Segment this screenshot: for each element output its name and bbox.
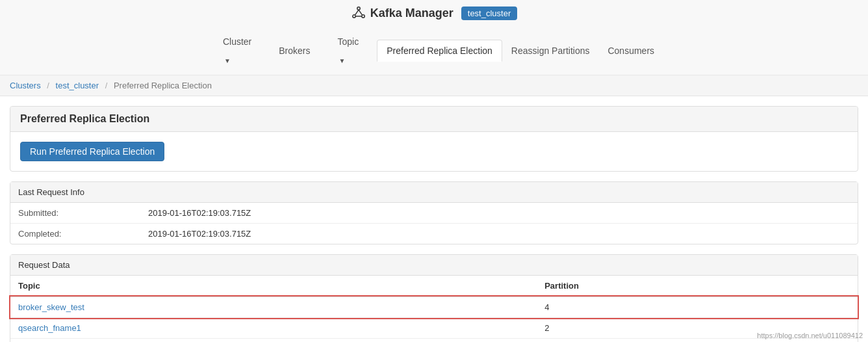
- topic-link[interactable]: broker_skew_test: [18, 302, 84, 312]
- nav-link-cluster[interactable]: Cluster ▼: [205, 26, 270, 75]
- nav-link-topic[interactable]: Topic ▼: [320, 26, 377, 75]
- nav-item-topic[interactable]: Topic ▼: [320, 26, 377, 75]
- table-row: qsearch_fname17: [10, 339, 858, 343]
- topic-cell: qsearch_fname1: [10, 339, 537, 343]
- cluster-badge[interactable]: test_cluster: [461, 7, 517, 20]
- svg-line-3: [355, 10, 359, 15]
- table-header-row: Topic Partition: [10, 276, 858, 296]
- breadcrumb-clusters[interactable]: Clusters: [10, 81, 41, 90]
- completed-label: Completed:: [18, 229, 148, 239]
- topic-cell: broker_skew_test: [10, 296, 537, 318]
- nav-item-preferred-replica[interactable]: Preferred Replica Election: [377, 40, 502, 62]
- svg-point-0: [357, 7, 360, 10]
- nav-item-brokers[interactable]: Brokers: [270, 40, 319, 61]
- app-name: Kafka Manager: [370, 7, 453, 20]
- svg-line-4: [359, 10, 363, 15]
- panel-body: Run Preferred Replica Election: [10, 132, 858, 171]
- breadcrumb-current: Preferred Replica Election: [114, 81, 212, 90]
- page-title: Preferred Replica Election: [10, 107, 858, 132]
- submitted-label: Submitted:: [18, 208, 148, 218]
- breadcrumb-sep-2: /: [105, 81, 108, 90]
- cluster-dropdown-arrow: ▼: [215, 52, 261, 70]
- breadcrumb: Clusters / test_cluster / Preferred Repl…: [0, 75, 868, 96]
- svg-point-2: [362, 15, 364, 18]
- col-topic: Topic: [10, 276, 537, 296]
- navbar: Kafka Manager test_cluster Cluster ▼ Bro…: [0, 0, 868, 75]
- nav-link-consumers[interactable]: Consumers: [598, 40, 663, 61]
- completed-value: 2019-01-16T02:19:03.715Z: [148, 229, 251, 239]
- main-content: Preferred Replica Election Run Preferred…: [0, 96, 868, 342]
- run-election-button[interactable]: Run Preferred Replica Election: [20, 142, 164, 161]
- submitted-row: Submitted: 2019-01-16T02:19:03.715Z: [10, 203, 858, 224]
- nav-links: Cluster ▼ Brokers Topic ▼ Preferred Repl…: [205, 23, 663, 75]
- last-request-section: Last Request Info Submitted: 2019-01-16T…: [10, 181, 858, 244]
- app-brand[interactable]: Kafka Manager: [351, 5, 453, 21]
- nav-item-consumers[interactable]: Consumers: [598, 40, 663, 61]
- topic-cell: qsearch_fname1: [10, 318, 537, 339]
- table-row: qsearch_fname12: [10, 318, 858, 339]
- table-row: broker_skew_test4: [10, 296, 858, 318]
- topic-dropdown-arrow: ▼: [330, 52, 368, 70]
- svg-point-1: [353, 15, 355, 18]
- request-data-section: Request Data Topic Partition broker_skew…: [10, 254, 858, 342]
- kafka-icon: [351, 5, 366, 21]
- request-data-header: Request Data: [10, 255, 858, 276]
- last-request-header: Last Request Info: [10, 182, 858, 203]
- breadcrumb-sep-1: /: [47, 81, 49, 90]
- submitted-value: 2019-01-16T02:19:03.715Z: [148, 208, 251, 218]
- completed-row: Completed: 2019-01-16T02:19:03.715Z: [10, 224, 858, 244]
- topic-link[interactable]: qsearch_fname1: [18, 323, 81, 333]
- partition-cell: 4: [537, 296, 858, 318]
- nav-link-reassign[interactable]: Reassign Partitions: [502, 40, 599, 61]
- url-hint: https://blog.csdn.net/u011089412: [757, 332, 863, 339]
- page-title-panel: Preferred Replica Election Run Preferred…: [10, 106, 858, 172]
- nav-item-cluster[interactable]: Cluster ▼: [205, 26, 270, 75]
- nav-link-brokers[interactable]: Brokers: [270, 40, 319, 61]
- partitions-table: Topic Partition broker_skew_test4qsearch…: [10, 276, 858, 342]
- nav-link-preferred-replica[interactable]: Preferred Replica Election: [377, 40, 502, 62]
- col-partition: Partition: [537, 276, 858, 296]
- breadcrumb-test-cluster[interactable]: test_cluster: [56, 81, 99, 90]
- nav-item-reassign[interactable]: Reassign Partitions: [502, 40, 599, 61]
